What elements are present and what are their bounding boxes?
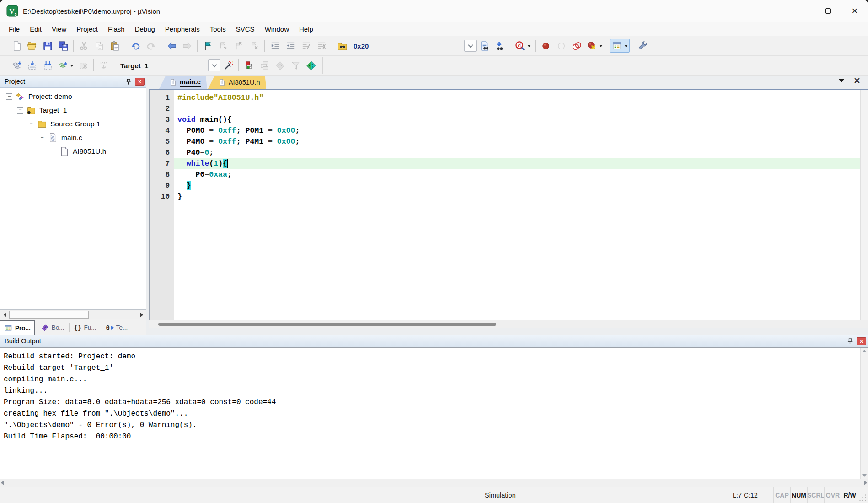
dropdown-arrow-icon[interactable] (624, 45, 628, 47)
panel-tab-pro[interactable]: Pro... (0, 320, 35, 335)
outdent-button[interactable] (283, 39, 298, 53)
editor-tab-main-c[interactable]: main.c (159, 76, 207, 89)
menu-peripherals[interactable]: Peripherals (160, 23, 205, 35)
copy-button[interactable] (91, 39, 107, 53)
code-text[interactable]: #include"AI8051U.h"void main(){ P0M0 = 0… (174, 90, 860, 320)
scroll-down-icon[interactable] (862, 474, 867, 477)
tree-item[interactable]: −Source Group 1 (0, 117, 146, 131)
menu-file[interactable]: File (4, 23, 25, 35)
panel-tab-bo[interactable]: ?Bo... (37, 320, 68, 335)
rebuild-button[interactable] (40, 59, 55, 72)
menu-view[interactable]: View (47, 23, 71, 35)
tree-item[interactable]: −main.c (0, 131, 146, 145)
breakpoints-disable-all-button[interactable] (569, 39, 584, 53)
find-in-files-button[interactable] (334, 39, 350, 53)
tree-item[interactable]: −Project: demo (0, 90, 146, 103)
cascade-windows-button[interactable] (257, 59, 272, 72)
menu-debug[interactable]: Debug (130, 23, 160, 35)
find-combo[interactable]: 0x20 (350, 39, 464, 52)
scroll-left-icon[interactable] (0, 310, 9, 319)
toolbar-gripper[interactable] (4, 40, 6, 52)
toolbar-gripper[interactable] (4, 59, 6, 71)
breakpoints-kill-all-button[interactable] (584, 39, 605, 53)
editor-tab-ai8051u-h[interactable]: AI8051U.h (208, 76, 267, 89)
find-in-files-doc-button[interactable] (477, 39, 492, 53)
translate-button[interactable] (9, 59, 24, 72)
bookmark-toggle-button[interactable] (200, 39, 215, 53)
combo-dropdown-button[interactable] (464, 40, 477, 52)
code-line[interactable]: } (174, 191, 860, 202)
breakpoint-toggle-button[interactable] (538, 39, 553, 53)
dropdown-arrow-icon[interactable] (599, 45, 603, 47)
nav-back-button[interactable] (164, 39, 179, 53)
scrollbar-thumb[interactable] (9, 311, 89, 319)
build-output-close-button[interactable]: x (857, 337, 866, 345)
code-line[interactable]: void main(){ (174, 114, 860, 125)
panel-tab-fu[interactable]: {}Fu... (70, 320, 100, 335)
new-file-button[interactable] (9, 39, 24, 53)
code-line[interactable]: P40=0; (174, 147, 860, 158)
code-line[interactable]: #include"AI8051U.h" (174, 92, 860, 103)
code-line[interactable]: } (174, 180, 860, 191)
target-options-wand-button[interactable] (220, 59, 236, 72)
nav-forward-button[interactable] (179, 39, 195, 53)
uncomment-button[interactable] (314, 39, 329, 53)
paste-button[interactable] (107, 39, 123, 53)
menu-edit[interactable]: Edit (25, 23, 47, 35)
configure-wrench-button[interactable] (635, 39, 650, 53)
debug-session-button[interactable] (241, 59, 257, 72)
build-horizontal-scrollbar[interactable] (0, 479, 868, 487)
analysis-diamond-button[interactable] (272, 59, 288, 72)
scroll-right-icon[interactable] (864, 481, 867, 485)
project-windows-button[interactable] (610, 39, 630, 53)
stop-build-button[interactable] (75, 59, 91, 72)
project-horizontal-scrollbar[interactable] (0, 310, 146, 319)
breakpoint-enable-button[interactable] (553, 39, 569, 53)
resize-grip[interactable] (858, 487, 868, 503)
bookmark-clear-all-button[interactable] (246, 39, 262, 53)
close-button[interactable]: × (841, 0, 868, 22)
close-document-icon[interactable]: ✕ (853, 76, 861, 85)
undo-button[interactable] (128, 39, 143, 53)
tree-collapse-icon[interactable]: − (17, 107, 23, 114)
bookmark-prev-button[interactable] (231, 39, 246, 53)
editor-vertical-scrollbar[interactable] (860, 90, 868, 320)
scroll-left-icon[interactable] (1, 481, 4, 485)
comment-button[interactable] (298, 39, 314, 53)
menu-help[interactable]: Help (294, 23, 318, 35)
debug-find-button[interactable]: d (513, 39, 533, 53)
code-line[interactable]: P4M0 = 0xff; P4M1 = 0x00; (174, 136, 860, 147)
code-line[interactable]: P0M0 = 0xff; P0M1 = 0x00; (174, 125, 860, 136)
tree-collapse-icon[interactable]: − (6, 93, 12, 100)
menu-svcs[interactable]: SVCS (231, 23, 260, 35)
save-button[interactable] (40, 39, 55, 53)
scrollbar-thumb[interactable] (158, 323, 496, 326)
code-line[interactable] (174, 103, 860, 114)
tree-collapse-icon[interactable]: − (39, 135, 45, 141)
code-editor[interactable]: 12345678910 #include"AI8051U.h"void main… (149, 90, 868, 320)
open-folder-button[interactable] (24, 39, 40, 53)
code-line[interactable]: P0=0xaa; (174, 169, 860, 180)
panel-tab-te[interactable]: 0Te... (102, 320, 131, 335)
minimize-button[interactable] (788, 0, 815, 22)
incremental-find-button[interactable] (492, 39, 508, 53)
target-combo[interactable]: Target_1 (117, 59, 208, 72)
code-line[interactable]: while(1){ (174, 158, 860, 169)
pack-installer-button[interactable] (303, 59, 319, 72)
tree-collapse-icon[interactable]: − (28, 121, 34, 127)
menu-project[interactable]: Project (71, 23, 103, 35)
menu-window[interactable]: Window (260, 23, 294, 35)
filter-funnel-button[interactable] (288, 59, 303, 72)
scroll-right-icon[interactable] (137, 310, 146, 319)
project-panel-close-button[interactable]: x (135, 78, 145, 86)
combo-dropdown-button[interactable] (208, 59, 220, 71)
build-button[interactable] (24, 59, 40, 72)
editor-horizontal-scrollbar[interactable] (149, 320, 868, 328)
dropdown-arrow-icon[interactable] (527, 45, 531, 47)
build-vertical-scrollbar[interactable] (860, 348, 868, 479)
bookmark-next-button[interactable] (215, 39, 231, 53)
pin-icon[interactable] (845, 336, 855, 346)
tree-item[interactable]: AI8051U.h (0, 145, 146, 158)
indent-button[interactable] (267, 39, 283, 53)
download-load-button[interactable]: LOAD (96, 59, 112, 72)
